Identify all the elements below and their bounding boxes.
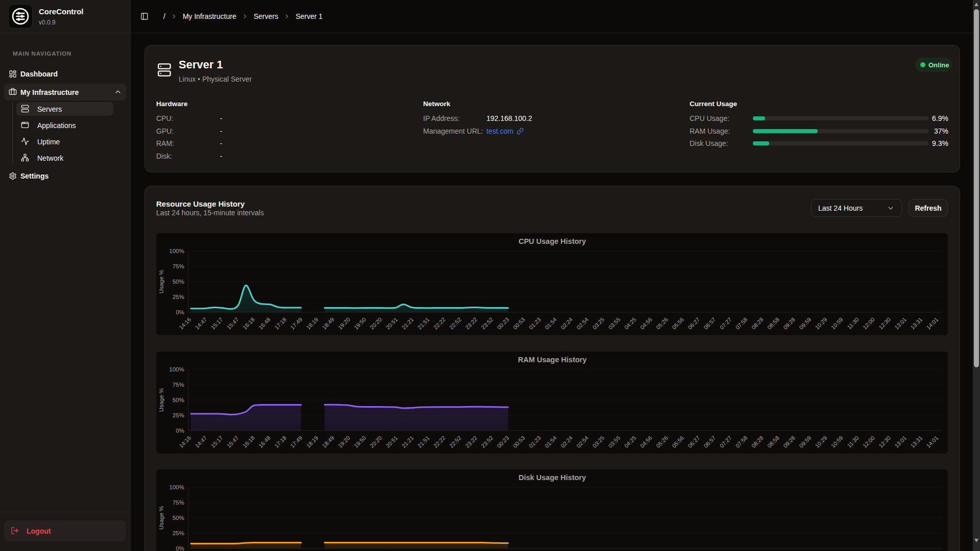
svg-text:16:18: 16:18 bbox=[241, 316, 256, 331]
svg-text:17:18: 17:18 bbox=[273, 316, 287, 331]
svg-text:01:23: 01:23 bbox=[528, 316, 542, 331]
svg-text:05:56: 05:56 bbox=[671, 435, 685, 449]
svg-text:100%: 100% bbox=[169, 366, 184, 372]
svg-text:21:21: 21:21 bbox=[401, 316, 415, 331]
svg-text:00:53: 00:53 bbox=[512, 435, 526, 449]
svg-text:17:49: 17:49 bbox=[289, 316, 303, 331]
svg-text:14:16: 14:16 bbox=[178, 316, 192, 331]
svg-text:03:55: 03:55 bbox=[607, 435, 621, 449]
svg-text:13:31: 13:31 bbox=[909, 316, 923, 331]
svg-text:02:24: 02:24 bbox=[559, 316, 574, 331]
svg-text:03:55: 03:55 bbox=[607, 316, 621, 331]
svg-text:01:54: 01:54 bbox=[544, 316, 558, 331]
svg-text:15:17: 15:17 bbox=[210, 316, 224, 331]
svg-text:16:48: 16:48 bbox=[257, 435, 272, 449]
svg-text:12:30: 12:30 bbox=[877, 435, 892, 449]
svg-text:07:58: 07:58 bbox=[734, 316, 749, 331]
svg-text:20:20: 20:20 bbox=[369, 316, 383, 331]
svg-text:12:00: 12:00 bbox=[862, 435, 876, 449]
svg-text:05:26: 05:26 bbox=[655, 435, 669, 449]
svg-text:18:49: 18:49 bbox=[321, 435, 335, 449]
svg-text:22:52: 22:52 bbox=[448, 435, 462, 449]
svg-text:25%: 25% bbox=[173, 412, 184, 418]
svg-text:14:01: 14:01 bbox=[925, 435, 939, 449]
svg-text:01:23: 01:23 bbox=[528, 435, 542, 449]
svg-text:22:22: 22:22 bbox=[432, 316, 447, 331]
svg-text:50%: 50% bbox=[173, 397, 184, 403]
svg-text:13:01: 13:01 bbox=[893, 435, 908, 449]
svg-text:Usage %: Usage % bbox=[158, 388, 164, 412]
svg-text:75%: 75% bbox=[173, 263, 184, 269]
svg-text:13:31: 13:31 bbox=[909, 435, 923, 449]
svg-text:19:20: 19:20 bbox=[337, 316, 351, 331]
svg-text:23:22: 23:22 bbox=[464, 316, 478, 331]
svg-text:18:49: 18:49 bbox=[321, 316, 335, 331]
svg-text:07:58: 07:58 bbox=[734, 435, 749, 449]
svg-text:06:27: 06:27 bbox=[687, 316, 701, 331]
svg-text:17:18: 17:18 bbox=[273, 435, 287, 449]
svg-text:18:19: 18:19 bbox=[305, 435, 320, 449]
svg-text:12:30: 12:30 bbox=[877, 316, 892, 331]
svg-text:23:52: 23:52 bbox=[480, 435, 494, 449]
svg-text:05:26: 05:26 bbox=[655, 316, 669, 331]
svg-text:14:47: 14:47 bbox=[194, 316, 208, 331]
svg-text:07:27: 07:27 bbox=[719, 316, 733, 331]
svg-text:09:28: 09:28 bbox=[782, 316, 796, 331]
svg-text:03:25: 03:25 bbox=[591, 316, 605, 331]
svg-text:14:01: 14:01 bbox=[925, 316, 939, 331]
svg-text:09:59: 09:59 bbox=[798, 435, 812, 449]
svg-text:17:49: 17:49 bbox=[289, 435, 303, 449]
svg-text:Usage %: Usage % bbox=[158, 270, 164, 294]
svg-text:19:50: 19:50 bbox=[353, 435, 367, 449]
svg-text:15:47: 15:47 bbox=[226, 435, 240, 449]
svg-text:04:25: 04:25 bbox=[623, 316, 638, 331]
svg-text:09:28: 09:28 bbox=[782, 435, 796, 449]
svg-text:11:30: 11:30 bbox=[846, 435, 860, 448]
svg-text:50%: 50% bbox=[173, 515, 184, 521]
svg-text:13:01: 13:01 bbox=[893, 316, 908, 331]
svg-text:02:24: 02:24 bbox=[559, 435, 574, 449]
svg-text:18:19: 18:19 bbox=[305, 316, 320, 331]
svg-text:10:29: 10:29 bbox=[814, 435, 828, 449]
svg-text:10:29: 10:29 bbox=[814, 316, 828, 331]
svg-text:50%: 50% bbox=[173, 279, 184, 285]
svg-text:25%: 25% bbox=[173, 530, 184, 536]
svg-text:06:57: 06:57 bbox=[702, 316, 717, 331]
svg-text:23:52: 23:52 bbox=[480, 316, 494, 331]
svg-text:RAM Usage History: RAM Usage History bbox=[518, 356, 587, 364]
svg-text:07:27: 07:27 bbox=[719, 435, 733, 449]
svg-text:04:56: 04:56 bbox=[639, 316, 653, 331]
svg-text:04:25: 04:25 bbox=[623, 435, 638, 449]
svg-text:14:16: 14:16 bbox=[178, 435, 192, 449]
svg-text:100%: 100% bbox=[169, 484, 184, 490]
svg-text:Usage %: Usage % bbox=[158, 506, 164, 530]
svg-text:CPU Usage History: CPU Usage History bbox=[519, 237, 586, 245]
svg-text:01:54: 01:54 bbox=[544, 435, 558, 449]
svg-text:11:30: 11:30 bbox=[846, 316, 860, 330]
svg-text:12:00: 12:00 bbox=[862, 316, 876, 331]
svg-text:Disk Usage History: Disk Usage History bbox=[519, 473, 586, 482]
svg-text:22:22: 22:22 bbox=[432, 435, 447, 449]
svg-text:75%: 75% bbox=[173, 382, 184, 388]
svg-text:16:48: 16:48 bbox=[257, 316, 272, 331]
svg-text:0%: 0% bbox=[176, 309, 184, 315]
svg-text:20:20: 20:20 bbox=[369, 435, 383, 449]
svg-text:00:23: 00:23 bbox=[496, 316, 510, 331]
svg-text:08:58: 08:58 bbox=[766, 435, 780, 449]
svg-text:06:27: 06:27 bbox=[687, 435, 701, 449]
svg-text:19:20: 19:20 bbox=[337, 435, 351, 449]
svg-text:21:51: 21:51 bbox=[416, 435, 431, 449]
svg-text:25%: 25% bbox=[173, 294, 184, 300]
svg-text:02:54: 02:54 bbox=[575, 316, 590, 331]
svg-text:23:22: 23:22 bbox=[464, 435, 478, 449]
svg-text:15:47: 15:47 bbox=[226, 316, 240, 331]
svg-text:02:54: 02:54 bbox=[575, 435, 590, 449]
svg-text:0%: 0% bbox=[176, 428, 184, 434]
svg-text:10:59: 10:59 bbox=[830, 316, 844, 331]
svg-text:08:58: 08:58 bbox=[766, 316, 780, 331]
svg-text:10:59: 10:59 bbox=[830, 435, 844, 449]
svg-text:20:51: 20:51 bbox=[384, 316, 399, 331]
svg-text:19:50: 19:50 bbox=[353, 316, 367, 331]
svg-text:16:18: 16:18 bbox=[241, 435, 256, 449]
svg-text:21:21: 21:21 bbox=[401, 435, 415, 449]
